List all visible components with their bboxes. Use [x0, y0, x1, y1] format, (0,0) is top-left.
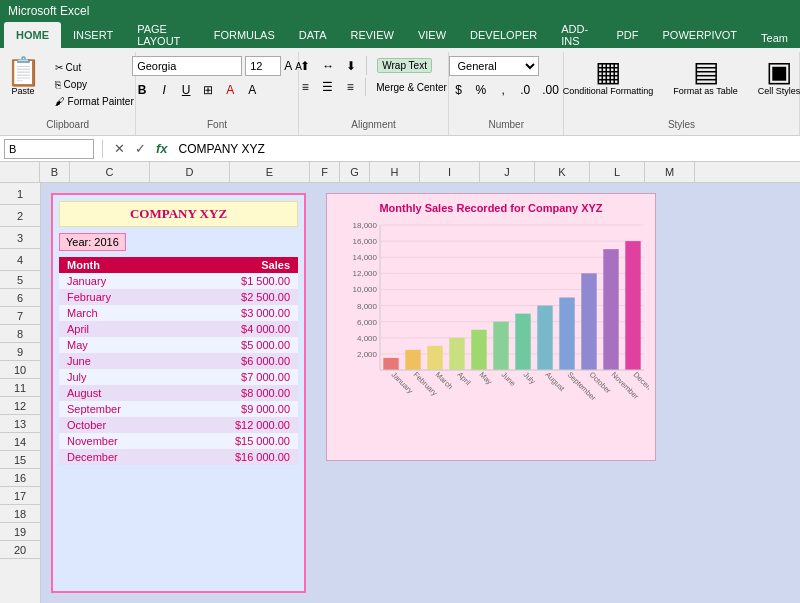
svg-text:January: January — [390, 370, 415, 395]
table-row: January$1 500.00 — [59, 273, 298, 289]
sales-cell: $1 500.00 — [177, 273, 298, 289]
svg-text:12,000: 12,000 — [353, 269, 378, 278]
row-header-19[interactable]: 19 — [0, 523, 40, 541]
col-header-j[interactable]: J — [480, 162, 535, 182]
font-size-input[interactable] — [245, 56, 281, 76]
svg-rect-19 — [383, 358, 398, 370]
merge-center-button[interactable]: Merge & Center — [371, 78, 452, 96]
row-header-20[interactable]: 20 — [0, 541, 40, 559]
ribbon-tabs: HOME INSERT PAGE LAYOUT FORMULAS DATA RE… — [0, 22, 800, 48]
tab-data[interactable]: DATA — [287, 22, 339, 48]
align-left-button[interactable]: ≡ — [295, 78, 315, 96]
format-painter-icon: 🖌 — [55, 96, 65, 107]
cancel-formula-icon[interactable]: ✕ — [111, 141, 128, 156]
align-top-button[interactable]: ⬆ — [295, 56, 315, 75]
row-header-6[interactable]: 6 — [0, 289, 40, 307]
align-right-button[interactable]: ≡ — [340, 78, 360, 96]
tab-developer[interactable]: DEVELOPER — [458, 22, 549, 48]
tab-add-ins[interactable]: ADD-INS — [549, 22, 604, 48]
col-header-e[interactable]: E — [230, 162, 310, 182]
row-header-1[interactable]: 1 — [0, 183, 40, 205]
formula-input[interactable] — [175, 141, 796, 157]
tab-team[interactable]: Team — [749, 28, 800, 48]
svg-rect-27 — [471, 330, 486, 370]
row-header-11[interactable]: 11 — [0, 379, 40, 397]
tab-home[interactable]: HOME — [4, 22, 61, 48]
align-center-button[interactable]: ☰ — [317, 78, 338, 96]
row-header-18[interactable]: 18 — [0, 505, 40, 523]
row-header-16[interactable]: 16 — [0, 469, 40, 487]
wrap-text-button[interactable]: Wrap Text — [372, 56, 437, 75]
col-header-k[interactable]: K — [535, 162, 590, 182]
row-header-17[interactable]: 17 — [0, 487, 40, 505]
col-header-i[interactable]: I — [420, 162, 480, 182]
underline-button[interactable]: U — [176, 81, 196, 99]
ribbon-group-font: A A B I U ⊞ A A Font — [136, 52, 298, 135]
table-row: April$4 000.00 — [59, 321, 298, 337]
col-header-g[interactable]: G — [340, 162, 370, 182]
month-cell: February — [59, 289, 177, 305]
decrease-decimal-button[interactable]: .0 — [515, 81, 535, 99]
row-header-5[interactable]: 5 — [0, 271, 40, 289]
col-header-c[interactable]: C — [70, 162, 150, 182]
number-format-select[interactable]: General — [449, 56, 539, 76]
col-header-h[interactable]: H — [370, 162, 420, 182]
function-icon[interactable]: fx — [153, 141, 171, 156]
tab-review[interactable]: REVIEW — [339, 22, 406, 48]
col-header-d[interactable]: D — [150, 162, 230, 182]
currency-button[interactable]: $ — [449, 81, 469, 99]
font-color-button[interactable]: A — [242, 81, 262, 99]
bold-button[interactable]: B — [132, 81, 152, 99]
font-name-input[interactable] — [132, 56, 242, 76]
row-header-8[interactable]: 8 — [0, 325, 40, 343]
spreadsheet-canvas[interactable]: COMPANY XYZ Year: 2016 Month Sales Janua… — [41, 183, 800, 603]
month-cell: March — [59, 305, 177, 321]
copy-button[interactable]: ⎘ Copy — [51, 77, 138, 92]
row-header-2[interactable]: 2 — [0, 205, 40, 227]
svg-text:May: May — [478, 370, 495, 387]
tab-powerpivot[interactable]: POWERPIVOT — [651, 22, 750, 48]
fill-color-button[interactable]: A — [220, 81, 240, 99]
row-header-13[interactable]: 13 — [0, 415, 40, 433]
svg-text:April: April — [456, 370, 473, 387]
tab-pdf[interactable]: PDF — [605, 22, 651, 48]
svg-text:8,000: 8,000 — [357, 302, 378, 311]
row-header-9[interactable]: 9 — [0, 343, 40, 361]
format-as-table-button[interactable]: ▤ Format as Table — [665, 56, 745, 98]
ribbon-group-styles: ▦ Conditional Formatting ▤ Format as Tab… — [564, 52, 800, 135]
col-header-l[interactable]: L — [590, 162, 645, 182]
row-header-12[interactable]: 12 — [0, 397, 40, 415]
cut-button[interactable]: ✂ Cut — [51, 60, 138, 75]
row-header-10[interactable]: 10 — [0, 361, 40, 379]
row-header-7[interactable]: 7 — [0, 307, 40, 325]
cell-reference-input[interactable] — [4, 139, 94, 159]
svg-text:June: June — [500, 370, 518, 388]
tab-formulas[interactable]: FORMULAS — [202, 22, 287, 48]
row-header-3[interactable]: 3 — [0, 227, 40, 249]
percent-button[interactable]: % — [471, 81, 492, 99]
svg-text:4,000: 4,000 — [357, 334, 378, 343]
tab-view[interactable]: VIEW — [406, 22, 458, 48]
cell-styles-button[interactable]: ▣ Cell Styles — [750, 56, 800, 98]
conditional-formatting-button[interactable]: ▦ Conditional Formatting — [555, 56, 662, 98]
font-name-row: A A — [132, 56, 302, 76]
col-header-m[interactable]: M — [645, 162, 695, 182]
confirm-formula-icon[interactable]: ✓ — [132, 141, 149, 156]
row-header-15[interactable]: 15 — [0, 451, 40, 469]
col-header-f[interactable]: F — [310, 162, 340, 182]
comma-button[interactable]: , — [493, 81, 513, 99]
row-header-4[interactable]: 4 — [0, 249, 40, 271]
paste-button[interactable]: 📋 Paste — [0, 56, 49, 98]
sales-table: Month Sales January$1 500.00February$2 5… — [59, 257, 298, 465]
row-header-14[interactable]: 14 — [0, 433, 40, 451]
align-middle-button[interactable]: ↔ — [317, 56, 339, 75]
increase-font-button[interactable]: A — [284, 59, 292, 73]
format-painter-button[interactable]: 🖌 Format Painter — [51, 94, 138, 109]
align-bottom-button[interactable]: ⬇ — [341, 56, 361, 75]
italic-button[interactable]: I — [154, 81, 174, 99]
number-format-row: $ % , .0 .00 — [449, 81, 564, 99]
col-header-b[interactable]: B — [40, 162, 70, 182]
tab-insert[interactable]: INSERT — [61, 22, 125, 48]
border-button[interactable]: ⊞ — [198, 81, 218, 99]
tab-page-layout[interactable]: PAGE LAYOUT — [125, 22, 202, 48]
